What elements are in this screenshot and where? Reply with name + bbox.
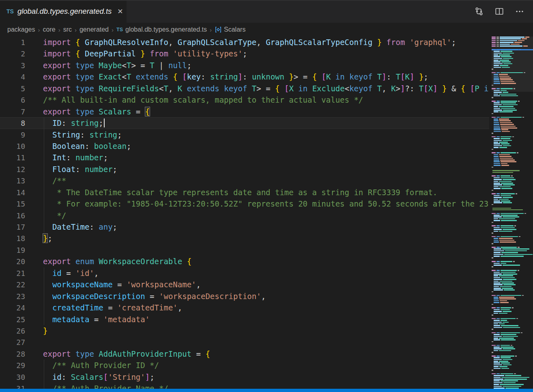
minimap-row — [492, 200, 533, 202]
line-number[interactable]: 24 — [0, 302, 25, 314]
code-line[interactable]: 9 String: string; — [0, 129, 489, 140]
line-number[interactable]: 17 — [0, 222, 25, 233]
breadcrumb-item-src[interactable]: src — [63, 26, 72, 33]
line-number[interactable]: 22 — [0, 279, 25, 291]
minimap-gap — [492, 306, 533, 307]
breadcrumb-item-scalars[interactable]: Scalars — [215, 26, 245, 33]
code-line[interactable]: 27 — [0, 336, 489, 348]
code-token: T — [396, 72, 400, 81]
code-line[interactable]: 12 Float: number; — [0, 164, 489, 175]
line-number[interactable]: 16 — [0, 210, 25, 222]
code-line[interactable]: 28export type AddAuthProviderInput = { — [0, 348, 489, 360]
breadcrumb-item-generated[interactable]: generated — [80, 26, 109, 33]
line-number[interactable]: 7 — [0, 106, 25, 118]
code-token: ; — [243, 49, 247, 58]
line-number[interactable]: 20 — [0, 256, 25, 267]
line-number[interactable]: 19 — [0, 245, 25, 256]
code-line[interactable]: 21 id = 'id', — [0, 267, 489, 279]
line-number[interactable]: 14 — [0, 187, 25, 198]
minimap-row — [492, 327, 533, 328]
code-line[interactable]: 19 — [0, 244, 489, 256]
minimap-row — [492, 272, 533, 273]
line-number[interactable]: 26 — [0, 325, 25, 337]
minimap-row — [492, 149, 533, 150]
line-number[interactable]: 8 — [0, 118, 25, 129]
symbol-type-icon — [215, 26, 222, 33]
code-line[interactable]: 25 metadata = 'metadata' — [0, 314, 489, 325]
indent-guide — [44, 221, 44, 233]
line-number[interactable]: 6 — [0, 95, 25, 106]
breadcrumb-item-global-db-types-generated-ts[interactable]: TSglobal.db.types.generated.ts — [116, 26, 207, 33]
line-number[interactable]: 27 — [0, 337, 25, 348]
more-actions-icon[interactable] — [515, 7, 524, 16]
line-number[interactable]: 2 — [0, 48, 25, 60]
code-line[interactable]: 11 Int: number; — [0, 152, 489, 163]
line-number[interactable]: 9 — [0, 129, 25, 141]
code-line[interactable]: 6/** All built-in and custom scalars, ma… — [0, 94, 489, 106]
code-line[interactable]: 20export enum WorkspaceOrderable { — [0, 256, 489, 267]
line-number[interactable]: 25 — [0, 314, 25, 325]
code-line[interactable]: 3export type Maybe<T> = T | null; — [0, 60, 489, 71]
code-line[interactable]: 22 workspaceName = 'workspaceName', — [0, 279, 489, 290]
line-number[interactable]: 12 — [0, 164, 25, 175]
line-number[interactable]: 31 — [0, 383, 25, 389]
code-line[interactable]: 29 /** Auth Provider ID */ — [0, 360, 489, 371]
line-number[interactable]: 30 — [0, 372, 25, 383]
code-line[interactable]: 2import { DeepPartial } from 'utility-ty… — [0, 48, 489, 59]
line-number[interactable]: 23 — [0, 291, 25, 302]
code-line[interactable]: 13 /** — [0, 175, 489, 186]
line-number[interactable]: 10 — [0, 141, 25, 152]
code-line[interactable]: 7export type Scalars = { — [0, 106, 489, 117]
code-line[interactable]: 30 id: Scalars['String']; — [0, 371, 489, 383]
code-token: ; — [150, 373, 154, 381]
code-line[interactable]: 18}; — [0, 233, 489, 244]
code-token: type — [75, 61, 99, 70]
minimap-row — [492, 359, 533, 360]
line-number[interactable]: 29 — [0, 360, 25, 371]
line-number[interactable]: 4 — [0, 71, 25, 83]
code-line[interactable]: 16 */ — [0, 210, 489, 221]
code-line[interactable]: 1import { GraphQLResolveInfo, GraphQLSca… — [0, 37, 489, 48]
minimap-row — [492, 261, 533, 262]
minimap[interactable] — [492, 37, 533, 389]
minimap-row — [492, 370, 533, 371]
minimap-row — [492, 51, 533, 52]
open-changes-icon[interactable] — [475, 7, 484, 16]
code-line[interactable]: 15 * For example: "1985-04-12T23:20:50.5… — [0, 198, 489, 209]
code-token: } — [43, 234, 47, 243]
tab-global-db-types[interactable]: TS global.db.types.generated.ts ✕ — [0, 0, 127, 23]
code-area[interactable]: 1import { GraphQLResolveInfo, GraphQLSca… — [0, 37, 489, 389]
line-number[interactable]: 3 — [0, 60, 25, 71]
breadcrumb-item-core[interactable]: core — [43, 26, 56, 33]
code-line[interactable]: 14 * The DateTime scalar type represents… — [0, 187, 489, 198]
breadcrumb-item-packages[interactable]: packages — [7, 26, 35, 33]
code-line[interactable]: 26} — [0, 325, 489, 336]
minimap-gap — [492, 316, 533, 317]
line-number[interactable]: 18 — [0, 233, 25, 244]
line-number[interactable]: 21 — [0, 268, 25, 279]
split-editor-icon[interactable] — [495, 7, 504, 16]
minimap-row — [492, 92, 533, 93]
minimap-row — [492, 288, 533, 289]
close-icon[interactable]: ✕ — [117, 8, 123, 15]
code-line[interactable]: 24 createdTime = 'createdTime', — [0, 302, 489, 313]
line-number[interactable]: 28 — [0, 349, 25, 360]
code-line[interactable]: 5export type RequireFields<T, K extends … — [0, 83, 489, 94]
code-line[interactable]: 31 /** Auth Provider Name */ — [0, 383, 489, 389]
minimap-row — [492, 88, 533, 89]
code-token: , — [178, 303, 182, 312]
line-number[interactable]: 5 — [0, 83, 25, 95]
code-line-current[interactable]: 8 ID: string; — [0, 117, 489, 129]
line-number[interactable]: 11 — [0, 152, 25, 164]
editor-pane[interactable]: 1import { GraphQLResolveInfo, GraphQLSca… — [0, 37, 533, 389]
breadcrumb-label: Scalars — [224, 26, 245, 33]
line-number[interactable]: 1 — [0, 37, 25, 48]
code-line[interactable]: 23 workspaceDescription = 'workspaceDesc… — [0, 291, 489, 302]
code-token: T — [252, 84, 256, 93]
line-number[interactable]: 15 — [0, 198, 25, 210]
line-number[interactable]: 13 — [0, 175, 25, 187]
code-token: export — [43, 61, 75, 70]
code-line[interactable]: 10 Boolean: boolean; — [0, 140, 489, 152]
code-line[interactable]: 17 DateTime: any; — [0, 221, 489, 233]
code-line[interactable]: 4export type Exact<T extends { [key: str… — [0, 71, 489, 82]
